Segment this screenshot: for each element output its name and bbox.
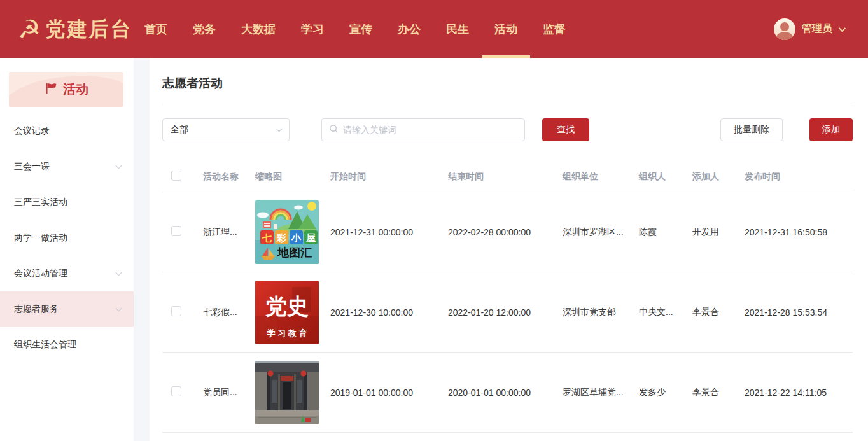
col-start-time: 开始时间 bbox=[330, 171, 448, 183]
thumbnail-party-history-poster: 党史 学 习 教 育 bbox=[255, 281, 319, 344]
svg-text:地图汇: 地图汇 bbox=[277, 246, 312, 259]
publish-time: 2021-12-31 16:50:58 bbox=[745, 227, 853, 237]
page-title: 志愿者活动 bbox=[162, 58, 853, 92]
svg-text:屋: 屋 bbox=[305, 232, 316, 243]
organizer: 发多少 bbox=[639, 387, 692, 398]
start-time: 2021-12-31 00:00:00 bbox=[330, 227, 448, 237]
col-adder: 添加人 bbox=[692, 171, 745, 183]
thumbnail-colorful-map-illustration: 七 彩 小 屋 地图汇 bbox=[255, 200, 319, 264]
sidebar-banner-label: 活动 bbox=[63, 81, 88, 98]
col-org-unit: 组织单位 bbox=[563, 171, 639, 183]
sidebar-item-meeting-activity-mgmt[interactable]: 会议活动管理 bbox=[0, 256, 134, 291]
user-avatar bbox=[774, 18, 795, 40]
user-name: 管理员 bbox=[802, 22, 832, 36]
adder: 李景合 bbox=[692, 387, 745, 398]
sidebar-item-three-stricts[interactable]: 三严三实活动 bbox=[0, 185, 134, 220]
nav-item-study[interactable]: 学习 bbox=[301, 0, 324, 58]
chevron-down-icon bbox=[116, 162, 122, 169]
nav-item-bigdata[interactable]: 大数据 bbox=[241, 0, 276, 58]
chevron-down-icon bbox=[839, 24, 846, 31]
category-select-value: 全部 bbox=[171, 124, 188, 136]
col-publish-time: 发布时间 bbox=[745, 171, 853, 183]
end-time: 2020-01-01 00:00:00 bbox=[448, 388, 563, 398]
sidebar-menu: 会议记录 三会一课 三严三实活动 两学一做活动 会议活动管理 志愿者服务 组织生… bbox=[0, 113, 134, 363]
svg-text:小: 小 bbox=[291, 232, 302, 243]
row-checkbox[interactable] bbox=[171, 226, 181, 236]
top-navbar: ☭ 党建后台 首页 党务 大数据 学习 宣传 办公 民生 活动 监督 管理员 bbox=[0, 0, 868, 58]
adder: 开发用 bbox=[692, 227, 745, 238]
chevron-down-icon bbox=[116, 305, 122, 311]
nav-item-party-affairs[interactable]: 党务 bbox=[193, 0, 216, 58]
divider bbox=[162, 104, 853, 104]
adder: 李景合 bbox=[692, 307, 745, 318]
nav-item-supervision[interactable]: 监督 bbox=[543, 0, 566, 58]
activity-name: 党员同... bbox=[203, 387, 255, 398]
table-row: 党员同... bbox=[162, 353, 853, 433]
search-icon bbox=[329, 124, 339, 136]
row-checkbox[interactable] bbox=[171, 386, 181, 396]
table-row: 浙江理... bbox=[162, 192, 853, 272]
end-time: 2022-02-28 00:00:00 bbox=[448, 227, 563, 237]
start-time: 2019-01-01 00:00:00 bbox=[330, 388, 448, 398]
chevron-down-icon bbox=[276, 125, 283, 132]
end-time: 2022-01-20 12:00:00 bbox=[448, 307, 563, 318]
nav-item-home[interactable]: 首页 bbox=[144, 0, 167, 58]
org-unit: 深圳市罗湖区... bbox=[563, 227, 639, 238]
app-title: 党建后台 bbox=[46, 16, 132, 43]
table-row: 七彩假... bbox=[162, 272, 853, 353]
nav-item-activity[interactable]: 活动 bbox=[494, 0, 517, 58]
svg-text:彩: 彩 bbox=[276, 232, 286, 243]
sidebar-banner: 活动 bbox=[9, 72, 123, 107]
category-select[interactable]: 全部 bbox=[162, 118, 290, 141]
add-button[interactable]: 添加 bbox=[809, 118, 853, 141]
flag-icon bbox=[44, 81, 58, 98]
start-time: 2021-12-30 10:00:00 bbox=[330, 307, 448, 318]
chevron-down-icon bbox=[116, 269, 122, 276]
thumbnail-temple-building-photo bbox=[255, 361, 319, 424]
party-emblem-icon: ☭ bbox=[18, 17, 41, 42]
nav-item-office[interactable]: 办公 bbox=[398, 0, 421, 58]
activity-name: 浙江理... bbox=[203, 227, 255, 238]
col-activity-name: 活动名称 bbox=[203, 171, 255, 183]
organizer: 中央文... bbox=[639, 307, 692, 318]
table-header: 活动名称 缩略图 开始时间 结束时间 组织单位 组织人 添加人 发布时间 bbox=[162, 162, 853, 192]
publish-time: 2021-12-22 14:11:05 bbox=[745, 388, 853, 398]
sidebar-item-volunteer-service[interactable]: 志愿者服务 bbox=[0, 291, 134, 327]
main-panel: 志愿者活动 全部 查找 批量删除 添加 活动名称 缩略图 开始时间 bbox=[150, 58, 868, 441]
nav-item-livelihood[interactable]: 民生 bbox=[446, 0, 469, 58]
main-nav: 首页 党务 大数据 学习 宣传 办公 民生 活动 监督 bbox=[144, 0, 566, 58]
sidebar-item-three-meetings[interactable]: 三会一课 bbox=[0, 149, 134, 185]
sidebar-item-two-studies[interactable]: 两学一做活动 bbox=[0, 220, 134, 256]
find-button[interactable]: 查找 bbox=[542, 118, 589, 141]
org-unit: 深圳市党支部 bbox=[563, 307, 639, 318]
keyword-search bbox=[321, 118, 525, 141]
col-end-time: 结束时间 bbox=[448, 171, 563, 183]
activity-table: 活动名称 缩略图 开始时间 结束时间 组织单位 组织人 添加人 发布时间 浙江理… bbox=[162, 162, 853, 433]
org-unit: 罗湖区草埔党... bbox=[563, 387, 639, 398]
publish-time: 2021-12-28 15:53:54 bbox=[745, 307, 853, 318]
content-area: 活动 会议记录 三会一课 三严三实活动 两学一做活动 会议活动管理 志愿者服务 bbox=[0, 58, 868, 441]
svg-text:七: 七 bbox=[262, 232, 272, 243]
select-all-checkbox[interactable] bbox=[171, 171, 181, 181]
organizer: 陈霞 bbox=[639, 227, 692, 238]
filter-bar: 全部 查找 批量删除 添加 bbox=[162, 118, 853, 141]
sidebar-item-org-life-meeting[interactable]: 组织生活会管理 bbox=[0, 327, 134, 363]
user-menu[interactable]: 管理员 bbox=[774, 0, 868, 58]
app-logo: ☭ 党建后台 bbox=[0, 0, 144, 58]
sidebar-item-meeting-records[interactable]: 会议记录 bbox=[0, 113, 134, 149]
activity-name: 七彩假... bbox=[203, 307, 255, 318]
sidebar: 活动 会议记录 三会一课 三严三实活动 两学一做活动 会议活动管理 志愿者服务 bbox=[0, 58, 134, 441]
svg-text:党史: 党史 bbox=[265, 293, 309, 319]
svg-text:学 习 教 育: 学 习 教 育 bbox=[267, 328, 307, 338]
row-checkbox[interactable] bbox=[171, 306, 181, 316]
batch-delete-button[interactable]: 批量删除 bbox=[720, 118, 783, 141]
nav-item-publicity[interactable]: 宣传 bbox=[349, 0, 372, 58]
col-thumbnail: 缩略图 bbox=[255, 171, 330, 183]
col-organizer: 组织人 bbox=[639, 171, 692, 183]
search-input[interactable] bbox=[343, 125, 517, 135]
